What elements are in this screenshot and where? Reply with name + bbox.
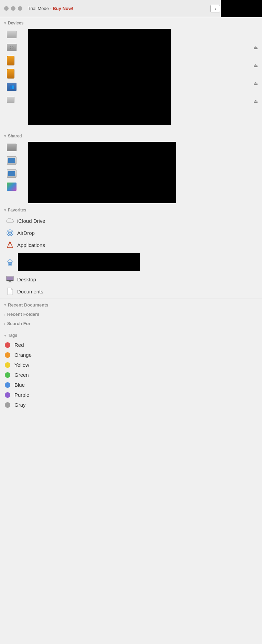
- shared-chevron: ▾: [4, 134, 6, 138]
- recent-documents-section[interactable]: ▾ Recent Documents: [0, 300, 262, 310]
- sidebar-item-desktop[interactable]: Desktop: [1, 273, 261, 285]
- tag-dot-blue: [5, 382, 10, 388]
- sidebar-item-applications[interactable]: Applications: [1, 239, 261, 251]
- shared-section: ▾ Shared: [0, 130, 262, 204]
- external-drive-2-icon: [7, 69, 14, 79]
- home-icon: [6, 258, 14, 266]
- tags-header[interactable]: ▾ Tags: [0, 330, 262, 340]
- black-top-right: [221, 0, 262, 17]
- eject-btn-3[interactable]: ⏏: [253, 81, 258, 86]
- devices-label: Devices: [8, 21, 23, 25]
- airdrop-label: AirDrop: [17, 230, 35, 236]
- shared-item-imac1[interactable]: [5, 155, 19, 166]
- external-drive-1-icon: [7, 56, 14, 65]
- shared-item-imac2[interactable]: [5, 168, 19, 179]
- tags-section: ▾ Tags Red Orange Yellow Green Blue Purp…: [0, 330, 262, 410]
- shared-preview: [28, 142, 176, 203]
- shared-item-server[interactable]: [5, 142, 19, 153]
- devices-preview: [28, 29, 171, 125]
- sidebar: ▾ Devices: [0, 17, 262, 410]
- favorites-label: Favorites: [8, 208, 26, 212]
- devices-chevron: ▾: [4, 21, 6, 25]
- network-share-icon: 👥: [7, 83, 17, 91]
- favorites-chevron: ▾: [4, 208, 6, 212]
- tags-chevron: ▾: [4, 333, 6, 338]
- device-item-internal[interactable]: [5, 29, 19, 40]
- search-for-label: Search For: [7, 321, 31, 326]
- imac-2-icon: [7, 169, 17, 178]
- close-button[interactable]: [4, 6, 9, 11]
- eject-btn-1[interactable]: ⏏: [253, 45, 258, 50]
- shared-header[interactable]: ▾ Shared: [0, 130, 262, 141]
- shared-item-other[interactable]: [5, 181, 19, 192]
- tag-dot-red: [5, 342, 10, 348]
- tag-label-purple: Purple: [14, 392, 29, 398]
- icloud-label: iCloud Drive: [17, 218, 45, 224]
- search-for-chevron: ›: [4, 322, 6, 326]
- tag-dot-orange: [5, 352, 10, 358]
- tag-label-orange: Orange: [14, 352, 32, 358]
- divider-1: [0, 299, 262, 299]
- trial-mode-text: Trial Mode - Buy Now!: [28, 6, 73, 11]
- sidebar-item-home[interactable]: [1, 251, 261, 273]
- tag-label-gray: Gray: [14, 402, 26, 408]
- tag-label-blue: Blue: [14, 382, 25, 388]
- tags-label: Tags: [8, 333, 17, 338]
- svg-point-2: [9, 232, 11, 233]
- desktop-icon: [6, 276, 14, 283]
- tag-item-green[interactable]: Green: [0, 370, 262, 380]
- eject-btn-4[interactable]: ⏏: [253, 98, 258, 104]
- multicolor-icon: [7, 183, 17, 191]
- optical-drive-icon: [7, 44, 17, 51]
- recent-folders-section[interactable]: › Recent Folders: [0, 310, 262, 319]
- favorites-header[interactable]: ▾ Favorites: [0, 204, 262, 215]
- back-button[interactable]: ‹: [210, 5, 220, 12]
- eject-btn-2[interactable]: ⏏: [253, 63, 258, 68]
- usb-drive-icon: [7, 97, 14, 103]
- internal-drive-icon: [7, 31, 17, 38]
- icloud-icon: [6, 217, 14, 225]
- airdrop-icon: [6, 229, 14, 237]
- applications-label: Applications: [17, 242, 45, 248]
- tag-item-purple[interactable]: Purple: [0, 390, 262, 400]
- recent-folders-chevron: ›: [4, 312, 6, 316]
- svg-rect-8: [9, 263, 11, 265]
- maximize-button[interactable]: [18, 6, 22, 11]
- tag-item-red[interactable]: Red: [0, 340, 262, 350]
- tag-item-yellow[interactable]: Yellow: [0, 360, 262, 370]
- tag-item-gray[interactable]: Gray: [0, 400, 262, 410]
- devices-header[interactable]: ▾ Devices: [0, 17, 262, 28]
- tag-item-orange[interactable]: Orange: [0, 350, 262, 360]
- shared-label: Shared: [8, 134, 22, 138]
- tag-dot-gray: [5, 402, 10, 408]
- trial-label: Trial Mode -: [28, 6, 53, 11]
- home-black-preview: [18, 253, 140, 271]
- documents-icon: [6, 288, 14, 295]
- tag-dot-purple: [5, 392, 10, 398]
- device-item-usb[interactable]: [5, 94, 19, 105]
- tag-item-blue[interactable]: Blue: [0, 380, 262, 390]
- recent-folders-label: Recent Folders: [7, 312, 40, 317]
- imac-1-icon: [7, 156, 17, 165]
- favorites-section: ▾ Favorites iCloud Drive AirDro: [0, 204, 262, 297]
- sidebar-item-airdrop[interactable]: AirDrop: [1, 227, 261, 239]
- search-for-section[interactable]: › Search For: [0, 319, 262, 328]
- recent-docs-label: Recent Documents: [8, 302, 48, 308]
- traffic-lights: [4, 6, 22, 11]
- recent-docs-chevron: ▾: [4, 303, 6, 307]
- device-item-external1[interactable]: [5, 55, 19, 66]
- tag-dot-yellow: [5, 362, 10, 368]
- server-icon: [7, 144, 17, 151]
- device-item-optical[interactable]: [5, 42, 19, 53]
- documents-label: Documents: [17, 289, 43, 294]
- sidebar-item-documents[interactable]: Documents: [1, 285, 261, 297]
- tag-label-green: Green: [14, 372, 29, 378]
- minimize-button[interactable]: [11, 6, 15, 11]
- device-item-network[interactable]: 👥: [5, 81, 19, 92]
- title-bar: Trial Mode - Buy Now! ‹ › Back/Forward: [0, 0, 262, 17]
- tag-label-yellow: Yellow: [14, 362, 29, 368]
- eject-buttons: ⏏ ⏏ ⏏ ⏏: [253, 45, 258, 104]
- buy-now-link[interactable]: Buy Now!: [53, 6, 73, 11]
- sidebar-item-icloud[interactable]: iCloud Drive: [1, 215, 261, 227]
- device-item-external2[interactable]: [5, 68, 19, 79]
